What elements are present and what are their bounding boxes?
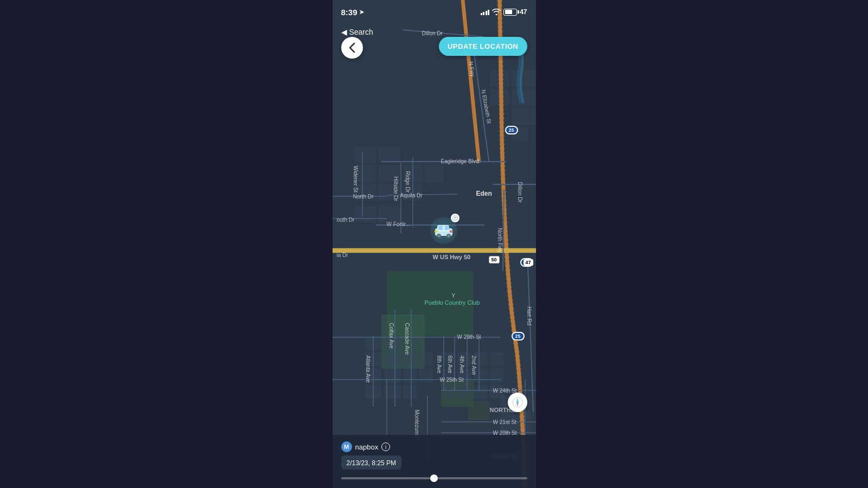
svg-rect-47	[379, 165, 400, 182]
badge-i25-lower: 25	[512, 332, 525, 341]
timestamp-text: 2/13/23, 8:25 PM	[347, 459, 396, 467]
svg-rect-54	[379, 206, 400, 222]
status-time: 8:39 ➤	[341, 8, 364, 17]
battery-percent: 47	[520, 8, 527, 16]
slider-track[interactable]	[341, 477, 527, 479]
info-icon[interactable]: i	[381, 442, 390, 451]
mapbox-text: napbox	[355, 443, 379, 451]
car-icon-wrapper: 🕐	[430, 217, 457, 244]
map-svg	[333, 0, 536, 488]
update-location-button[interactable]: UPDATE LOCATION	[439, 37, 527, 56]
svg-rect-21	[419, 369, 433, 382]
mapbox-logo: M	[341, 441, 352, 452]
status-icons: 47	[481, 8, 527, 16]
svg-rect-4	[468, 401, 490, 420]
signal-bar-2	[483, 12, 484, 15]
car-marker: 🕐	[430, 217, 457, 244]
wifi-icon	[492, 9, 501, 15]
badge-47: 47	[524, 259, 533, 266]
back-arrow-icon	[349, 42, 355, 53]
svg-rect-31	[474, 385, 487, 399]
svg-rect-51	[379, 184, 400, 201]
svg-rect-23	[457, 369, 471, 382]
phone-screen: Dillon Dr N Elizabeth St N Fwy Eagleridg…	[333, 0, 536, 488]
signal-bar-1	[481, 13, 482, 15]
svg-rect-50	[354, 184, 376, 201]
timestamp-badge: 2/13/23, 8:25 PM	[341, 455, 401, 470]
svg-rect-41	[512, 108, 536, 125]
svg-rect-29	[441, 385, 455, 399]
battery-fill	[505, 10, 512, 14]
svg-rect-53	[354, 206, 376, 222]
status-bar: 8:39 ➤ 47	[333, 0, 536, 24]
mapbox-credit: M napbox i	[341, 441, 527, 452]
battery-icon	[503, 9, 517, 16]
clock-icon: 🕐	[451, 214, 459, 222]
signal-bar-4	[488, 10, 489, 15]
svg-rect-9	[385, 336, 401, 350]
badge-us50: 50	[489, 256, 500, 264]
svg-rect-25	[490, 369, 503, 382]
svg-rect-49	[425, 165, 444, 182]
svg-rect-38	[512, 70, 536, 87]
svg-rect-30	[457, 385, 471, 399]
svg-rect-11	[385, 352, 401, 366]
badge-i25-upper: 25	[505, 126, 518, 134]
search-text[interactable]: ◀ Search	[341, 28, 373, 36]
signal-bar-3	[486, 11, 487, 15]
compass-button[interactable]	[508, 393, 527, 412]
slider-thumb[interactable]	[430, 474, 438, 482]
svg-rect-12	[403, 352, 417, 366]
svg-rect-20	[403, 369, 417, 382]
bottom-bar: M napbox i 2/13/23, 8:25 PM	[333, 435, 536, 488]
svg-rect-40	[512, 89, 536, 106]
svg-rect-22	[441, 369, 455, 382]
svg-rect-28	[403, 385, 417, 399]
signal-bars-icon	[481, 9, 490, 15]
svg-rect-35	[501, 423, 531, 434]
svg-rect-46	[354, 165, 376, 182]
svg-rect-45	[379, 146, 400, 163]
svg-rect-17	[490, 352, 503, 366]
svg-rect-15	[457, 352, 471, 366]
location-arrow-icon: ➤	[359, 9, 364, 16]
back-button[interactable]	[341, 37, 363, 59]
svg-rect-13	[419, 352, 433, 366]
svg-rect-16	[474, 352, 487, 366]
svg-rect-44	[354, 146, 376, 163]
compass-icon	[512, 397, 523, 408]
slider-container[interactable]	[341, 475, 527, 481]
svg-rect-24	[474, 369, 487, 382]
map-background[interactable]: Dillon Dr N Elizabeth St N Fwy Eagleridg…	[333, 0, 536, 488]
svg-rect-14	[441, 352, 455, 366]
